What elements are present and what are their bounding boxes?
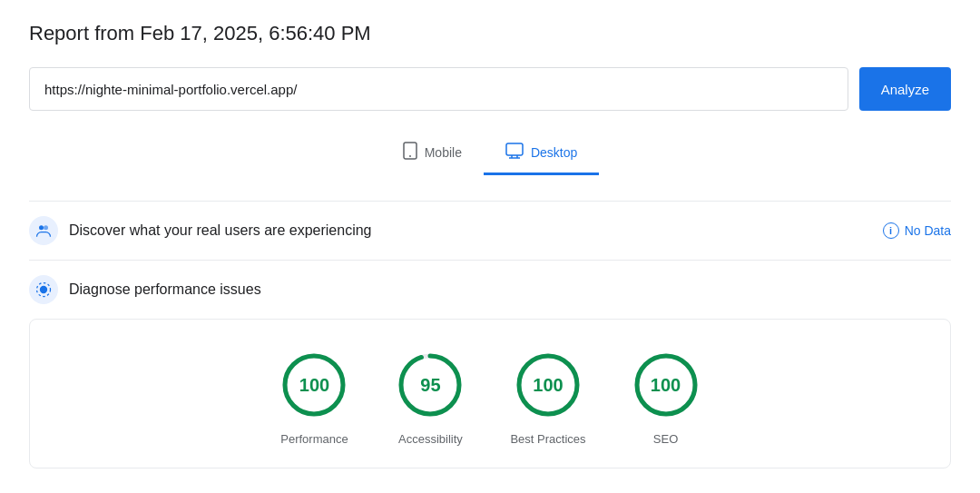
scores-card: 100 Performance 95 Accessibility 100 Bes… xyxy=(29,319,951,468)
tab-desktop[interactable]: Desktop xyxy=(484,133,599,175)
tab-mobile-label: Mobile xyxy=(425,145,462,160)
score-item-best-practices: 100 Best Practices xyxy=(510,349,585,446)
score-item-seo: 100 SEO xyxy=(630,349,702,446)
diagnose-section: Diagnose performance issues 100 Performa… xyxy=(29,260,951,483)
svg-point-1 xyxy=(409,155,411,157)
score-circle-seo: 100 xyxy=(630,349,702,421)
real-users-section: Discover what your real users are experi… xyxy=(29,201,951,260)
analyze-button[interactable]: Analyze xyxy=(859,67,951,111)
svg-point-6 xyxy=(39,225,44,230)
tabs-row: Mobile Desktop xyxy=(29,133,951,175)
tab-desktop-label: Desktop xyxy=(531,145,577,160)
score-label-best-practices: Best Practices xyxy=(510,432,585,446)
url-row: Analyze xyxy=(29,67,951,111)
real-users-header: Discover what your real users are experi… xyxy=(29,216,951,245)
mobile-icon xyxy=(403,142,417,163)
page-title: Report from Feb 17, 2025, 6:56:40 PM xyxy=(29,22,951,45)
real-users-icon xyxy=(29,216,58,245)
score-circle-performance: 100 xyxy=(278,349,350,421)
diagnose-title: Diagnose performance issues xyxy=(69,281,261,298)
score-label-seo: SEO xyxy=(653,432,678,446)
score-value-seo: 100 xyxy=(651,375,681,396)
desktop-icon xyxy=(505,143,524,163)
real-users-left: Discover what your real users are experi… xyxy=(29,216,371,245)
svg-point-8 xyxy=(40,286,47,293)
svg-point-7 xyxy=(44,225,48,230)
score-circle-best-practices: 100 xyxy=(512,349,584,421)
score-label-accessibility: Accessibility xyxy=(398,432,463,446)
info-icon: i xyxy=(883,222,899,239)
diagnose-icon xyxy=(29,275,58,304)
no-data-area[interactable]: i No Data xyxy=(883,222,951,239)
url-input[interactable] xyxy=(29,67,848,111)
svg-rect-2 xyxy=(506,143,523,155)
score-value-best-practices: 100 xyxy=(533,375,563,396)
real-users-title: Discover what your real users are experi… xyxy=(69,222,371,239)
score-item-accessibility: 95 Accessibility xyxy=(394,349,466,446)
score-item-performance: 100 Performance xyxy=(278,349,350,446)
score-label-performance: Performance xyxy=(280,432,348,446)
score-circle-accessibility: 95 xyxy=(394,349,466,421)
no-data-label: No Data xyxy=(905,223,951,238)
diagnose-header: Diagnose performance issues xyxy=(29,275,951,304)
score-value-accessibility: 95 xyxy=(420,375,440,396)
score-value-performance: 100 xyxy=(299,375,329,396)
tab-mobile[interactable]: Mobile xyxy=(381,133,484,175)
